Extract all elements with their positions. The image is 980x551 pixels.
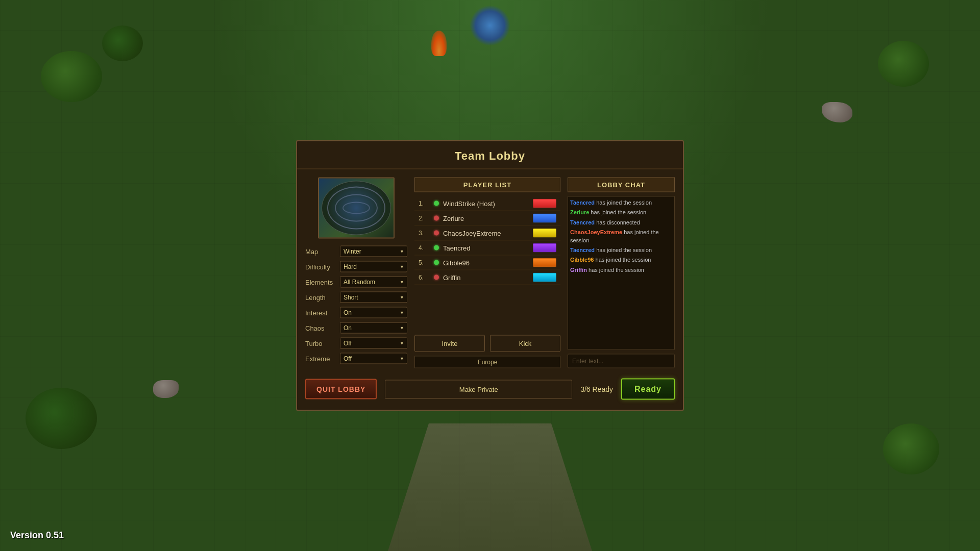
extreme-select-wrapper: Off On [340,353,407,364]
player-num-4: 4. [419,244,430,252]
bg-tree-3 [878,41,929,87]
table-row: 2. Zerlure [414,211,560,226]
bg-portal [470,5,510,46]
chat-name-taencred-2: Taencred [570,219,595,225]
chat-text-3: has disconnected [596,219,640,225]
difficulty-label: Difficulty [305,263,340,270]
chaos-label: Chaos [305,324,340,332]
player-status-5 [434,260,439,265]
elements-select[interactable]: All Random Fire Ice Earth [340,277,407,288]
interest-label: Interest [305,309,340,316]
chat-text-2: has joined the session [591,209,646,215]
table-row: 5. Gibble96 [414,256,560,270]
middle-panel: PLAYER LIST 1. WindStrike (Host) 2. Zerl… [414,178,560,368]
chat-messages: Taencred has joined the session Zerlure … [568,196,675,350]
make-private-button[interactable]: Make Private [385,380,572,398]
player-num-1: 1. [419,200,430,207]
elements-label: Elements [305,278,340,286]
bg-tree-1 [41,51,102,102]
table-row: 3. ChaosJoeyExtreme [414,226,560,241]
action-buttons: Invite Kick [414,335,560,352]
interest-select-wrapper: On Off [340,307,407,318]
player-color-1[interactable] [533,199,556,208]
team-lobby-dialog: Team Lobby Map Winter Summer [296,140,684,411]
version-label: Version 0.51 [10,530,64,541]
player-color-4[interactable] [533,243,556,253]
chat-name-gibble96: Gibble96 [570,257,594,263]
player-name-6: Griffin [443,273,529,281]
bg-fire [431,31,447,56]
chat-text-5: has joined the session [596,246,652,253]
setting-map: Map Winter Summer Desert Forest [305,246,407,257]
map-preview-inner [322,181,391,235]
player-status-1 [434,201,439,206]
setting-extreme: Extreme Off On [305,353,407,364]
setting-interest: Interest On Off [305,307,407,318]
chat-message-1: Taencred has joined the session [570,199,672,207]
player-list: 1. WindStrike (Host) 2. Zerlure 3. Chaos… [414,196,560,330]
map-preview-image [318,178,395,239]
chat-name-taencred-3: Taencred [570,246,595,253]
setting-chaos: Chaos On Off [305,322,407,334]
player-name-3: ChaosJoeyExtreme [443,229,529,237]
player-status-6 [434,275,439,280]
player-name-1: WindStrike (Host) [443,199,529,207]
length-select[interactable]: Short Medium Long [340,292,407,303]
chat-input[interactable] [568,354,675,368]
player-color-6[interactable] [533,273,556,282]
bg-tree-5 [883,423,939,474]
player-status-3 [434,231,439,236]
length-select-wrapper: Short Medium Long [340,292,407,303]
player-status-4 [434,245,439,251]
chat-name-taencred-1: Taencred [570,199,595,206]
chat-name-griffin: Griffin [570,266,587,272]
player-name-5: Gibble96 [443,259,529,266]
setting-turbo: Turbo Off On [305,338,407,349]
quit-lobby-button[interactable]: QUIT LOBBY [305,379,377,399]
player-color-5[interactable] [533,258,556,267]
difficulty-select-wrapper: Easy Normal Hard Insane [340,261,407,272]
chat-text-1: has joined the session [596,199,652,206]
player-num-2: 2. [419,215,430,222]
setting-elements: Elements All Random Fire Ice Earth [305,277,407,288]
chat-message-2: Zerlure has joined the session [570,209,672,216]
map-select-wrapper: Winter Summer Desert Forest [340,246,407,257]
chat-message-5: Taencred has joined the session [570,246,672,254]
table-row: 4. Taencred [414,241,560,256]
map-select[interactable]: Winter Summer Desert Forest [340,246,407,257]
player-color-3[interactable] [533,229,556,238]
chaos-select-wrapper: On Off [340,322,407,334]
ready-button[interactable]: Ready [621,379,675,400]
chat-message-3: Taencred has disconnected [570,218,672,226]
chat-name-zerlure: Zerlure [570,209,589,215]
map-label: Map [305,247,340,255]
table-row: 1. WindStrike (Host) [414,196,560,211]
map-spiral-3 [342,202,370,214]
dialog-body: Map Winter Summer Desert Forest Difficul… [297,169,683,377]
chat-header: LOBBY CHAT [568,178,675,192]
kick-button[interactable]: Kick [490,335,560,352]
player-name-4: Taencred [443,244,529,252]
chat-message-7: Griffin has joined the session [570,266,672,273]
invite-button[interactable]: Invite [414,335,485,352]
player-name-2: Zerlure [443,214,529,222]
turbo-select-wrapper: Off On [340,338,407,349]
chaos-select[interactable]: On Off [340,322,407,334]
bg-tree-2 [102,26,143,61]
interest-select[interactable]: On Off [340,307,407,318]
bg-tree-4 [26,388,97,449]
player-color-2[interactable] [533,214,556,223]
player-status-2 [434,216,439,221]
bg-rock-2 [153,380,179,398]
player-list-header: PLAYER LIST [414,178,560,192]
player-num-3: 3. [419,230,430,237]
length-label: Length [305,293,340,301]
difficulty-select[interactable]: Easy Normal Hard Insane [340,261,407,272]
left-panel: Map Winter Summer Desert Forest Difficul… [305,178,407,368]
setting-difficulty: Difficulty Easy Normal Hard Insane [305,261,407,272]
right-panel: LOBBY CHAT Taencred has joined the sessi… [568,178,675,368]
dialog-title: Team Lobby [297,141,683,169]
table-row: 6. Griffin [414,270,560,285]
extreme-select[interactable]: Off On [340,353,407,364]
turbo-select[interactable]: Off On [340,338,407,349]
